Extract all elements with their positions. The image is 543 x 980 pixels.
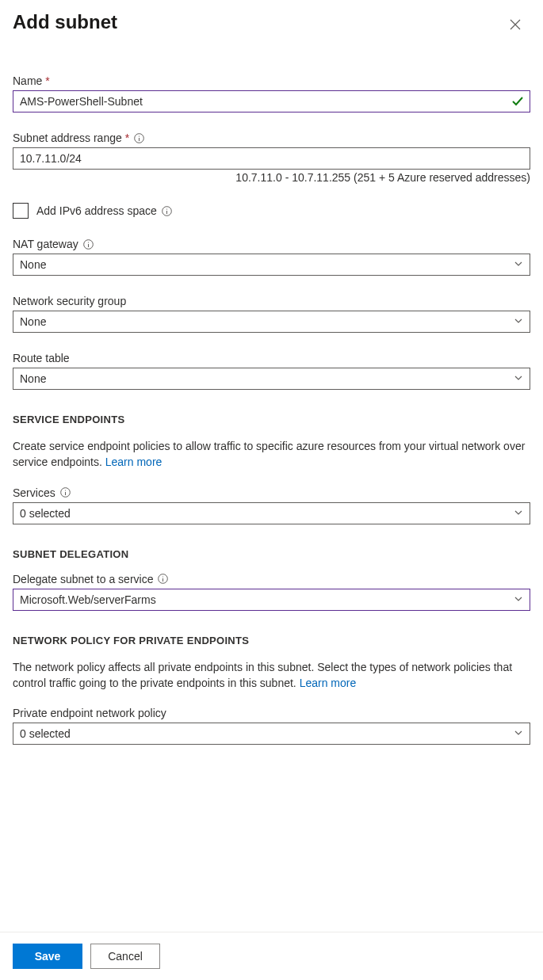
chevron-down-icon <box>514 507 523 520</box>
nat-gateway-label-text: NAT gateway <box>13 238 78 250</box>
private-endpoint-policy-select[interactable]: 0 selected <box>13 723 530 745</box>
save-button[interactable]: Save <box>13 944 82 969</box>
services-label: Services <box>13 486 530 499</box>
close-icon <box>510 19 521 32</box>
subnet-range-input[interactable] <box>13 147 530 170</box>
nsg-label-text: Network security group <box>13 295 126 307</box>
nsg-value: None <box>20 315 46 328</box>
route-table-value: None <box>20 372 46 385</box>
nat-gateway-select[interactable]: None <box>13 254 530 276</box>
subnet-range-label: Subnet address range * <box>13 132 530 144</box>
nsg-select[interactable]: None <box>13 311 530 333</box>
service-endpoints-heading: SERVICE ENDPOINTS <box>13 414 530 425</box>
route-table-label-text: Route table <box>13 352 70 364</box>
delegate-subnet-label-text: Delegate subnet to a service <box>13 573 153 585</box>
info-icon[interactable] <box>134 133 144 143</box>
network-policy-description: The network policy affects all private e… <box>13 659 530 692</box>
route-table-label: Route table <box>13 352 530 364</box>
route-table-select[interactable]: None <box>13 368 530 390</box>
name-label-text: Name <box>13 74 42 87</box>
network-policy-learn-more-link[interactable]: Learn more <box>300 677 357 689</box>
services-value: 0 selected <box>20 507 71 520</box>
nat-gateway-label: NAT gateway <box>13 238 530 250</box>
page-title: Add subnet <box>13 11 117 33</box>
private-endpoint-policy-label: Private endpoint network policy <box>13 707 530 719</box>
name-input[interactable] <box>13 90 530 112</box>
close-button[interactable] <box>507 16 524 36</box>
nsg-label: Network security group <box>13 295 530 307</box>
name-label: Name * <box>13 74 530 87</box>
subnet-range-label-text: Subnet address range <box>13 132 122 144</box>
svg-point-1 <box>139 135 140 136</box>
chevron-down-icon <box>514 315 523 328</box>
required-asterisk: * <box>125 132 129 144</box>
service-endpoints-learn-more-link[interactable]: Learn more <box>105 456 163 468</box>
info-icon[interactable] <box>60 487 71 498</box>
service-endpoints-description: Create service endpoint policies to allo… <box>13 438 530 471</box>
info-icon[interactable] <box>158 574 168 584</box>
chevron-down-icon <box>514 258 523 271</box>
info-icon[interactable] <box>83 239 94 250</box>
delegate-subnet-label: Delegate subnet to a service <box>13 573 530 585</box>
private-endpoint-policy-label-text: Private endpoint network policy <box>13 707 166 719</box>
chevron-down-icon <box>514 372 523 385</box>
check-icon <box>511 95 524 108</box>
svg-point-3 <box>166 208 167 209</box>
services-label-text: Services <box>13 486 55 499</box>
cancel-button[interactable]: Cancel <box>90 944 160 969</box>
info-icon[interactable] <box>162 206 172 216</box>
subnet-range-hint: 10.7.11.0 - 10.7.11.255 (251 + 5 Azure r… <box>13 171 530 184</box>
private-endpoint-policy-value: 0 selected <box>20 727 71 740</box>
svg-point-7 <box>65 490 66 490</box>
chevron-down-icon <box>514 727 523 740</box>
service-endpoints-desc-text: Create service endpoint policies to allo… <box>13 440 525 468</box>
ipv6-checkbox-label: Add IPv6 address space <box>36 204 157 217</box>
ipv6-checkbox[interactable] <box>13 203 29 219</box>
delegate-subnet-value: Microsoft.Web/serverFarms <box>20 593 156 606</box>
nat-gateway-value: None <box>20 258 46 271</box>
footer: Save Cancel <box>0 932 543 980</box>
network-policy-desc-text: The network policy affects all private e… <box>13 661 512 689</box>
required-asterisk: * <box>45 74 49 87</box>
services-select[interactable]: 0 selected <box>13 502 530 524</box>
svg-point-5 <box>88 242 89 242</box>
network-policy-heading: NETWORK POLICY FOR PRIVATE ENDPOINTS <box>13 635 530 646</box>
chevron-down-icon <box>514 593 523 606</box>
subnet-delegation-heading: SUBNET DELEGATION <box>13 548 530 560</box>
svg-point-9 <box>163 576 163 577</box>
delegate-subnet-select[interactable]: Microsoft.Web/serverFarms <box>13 589 530 611</box>
